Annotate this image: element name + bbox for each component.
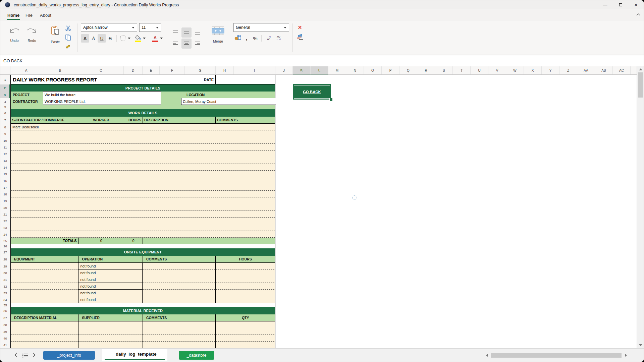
tab-datastore[interactable]: _datastore (179, 351, 214, 360)
operation-cell[interactable]: not found (78, 263, 143, 269)
column-header-Y[interactable]: Y (542, 66, 559, 74)
equipment-cell[interactable] (11, 296, 78, 303)
work-detail-row[interactable] (10, 231, 275, 238)
row-header-2[interactable]: 2 (0, 84, 10, 92)
row-header-3[interactable]: 3 (0, 92, 10, 98)
equipment-cell[interactable] (11, 263, 78, 269)
menu-about[interactable]: About (39, 9, 52, 21)
vertical-scrollbar[interactable] (637, 66, 644, 349)
column-header-V[interactable]: V (488, 66, 506, 74)
underline-button[interactable]: U (98, 34, 106, 43)
go-back-button[interactable]: GO BACK (293, 84, 331, 100)
sheet-list-icon[interactable] (22, 353, 29, 359)
row-header-36[interactable]: 36 (0, 307, 10, 314)
font-name-select[interactable]: Aptos Narrow (81, 23, 137, 32)
operation-cell[interactable]: not found (78, 283, 143, 290)
scroll-left-icon[interactable] (486, 354, 488, 357)
collapse-ribbon-icon[interactable] (636, 11, 640, 17)
decrease-decimal-button[interactable]: .00 →.0 (273, 36, 283, 41)
material-row[interactable] (10, 335, 275, 342)
work-detail-row[interactable] (10, 137, 275, 144)
horizontal-scroll-thumb[interactable] (491, 353, 622, 358)
work-detail-row[interactable] (10, 164, 275, 171)
align-middle-button[interactable] (181, 27, 192, 38)
scroll-down-icon[interactable] (639, 344, 642, 346)
align-bottom-button[interactable] (193, 27, 203, 38)
material-cell[interactable] (215, 342, 275, 348)
row-header-6[interactable]: 6 (0, 109, 10, 117)
row-header-13[interactable]: 13 (0, 157, 10, 164)
font-color-button[interactable]: A (151, 34, 159, 43)
comma-style-button[interactable]: , (242, 34, 251, 43)
column-header-Z[interactable]: Z (559, 66, 577, 74)
row-header-20[interactable]: 20 (0, 204, 10, 211)
align-right-button[interactable] (193, 39, 203, 49)
material-cell[interactable] (215, 335, 275, 342)
work-detail-row[interactable] (10, 197, 275, 204)
equipment-row[interactable]: not found (10, 296, 275, 303)
contractor-row[interactable]: CONTRACTOR WORKING PEOPLE Ltd. Cullen, M… (10, 98, 275, 105)
align-left-button[interactable] (170, 39, 180, 49)
row-header-19[interactable]: 19 (0, 197, 10, 204)
number-format-select[interactable]: General (233, 23, 289, 32)
close-button[interactable]: × (628, 0, 644, 9)
menu-file[interactable]: File (25, 9, 33, 21)
material-cell[interactable] (143, 328, 215, 335)
row-header-41[interactable]: 41 (0, 342, 10, 348)
equipment-cell[interactable] (143, 290, 215, 296)
row-header-16[interactable]: 16 (0, 177, 10, 184)
column-header-K[interactable]: K (293, 66, 311, 74)
merge-button[interactable]: Merge (210, 23, 226, 53)
material-cell[interactable] (143, 342, 215, 348)
column-header-D[interactable]: D (124, 66, 143, 74)
column-header-O[interactable]: O (364, 66, 382, 74)
operation-cell[interactable]: not found (78, 290, 143, 296)
material-cell[interactable] (78, 328, 143, 335)
location-input-cell[interactable]: Cullen, Moray Coast (181, 98, 276, 105)
row-header-10[interactable]: 10 (0, 137, 10, 144)
column-header-J[interactable]: J (275, 66, 293, 74)
row-header-12[interactable]: 12 (0, 150, 10, 157)
row-header-37[interactable]: 37 (0, 314, 10, 321)
vertical-scroll-thumb[interactable] (638, 72, 643, 98)
row-header-4[interactable]: 4 (0, 98, 10, 105)
equipment-cell[interactable] (215, 269, 275, 276)
sheet-area[interactable]: DAILY WORK PROGRESS REPORT DATE PROJECT … (10, 75, 637, 349)
column-header-P[interactable]: P (382, 66, 399, 74)
material-cell[interactable] (78, 342, 143, 348)
column-header-AB[interactable]: AB (595, 66, 613, 74)
row-header-15[interactable]: 15 (0, 171, 10, 177)
column-header-G[interactable]: G (185, 66, 216, 74)
equipment-cell[interactable] (11, 276, 78, 283)
work-detail-row[interactable] (10, 150, 275, 157)
bold-button[interactable]: A (81, 34, 89, 43)
row-header-32[interactable]: 32 (0, 283, 10, 290)
equipment-cell[interactable] (215, 283, 275, 290)
column-header-Q[interactable]: Q (399, 66, 417, 74)
paste-button[interactable]: Paste (48, 23, 63, 53)
borders-button[interactable] (119, 34, 127, 43)
menu-home[interactable]: Home (7, 9, 20, 21)
equipment-cell[interactable] (143, 263, 215, 269)
column-header-C[interactable]: C (78, 66, 124, 74)
formula-bar[interactable]: GO BACK (0, 56, 644, 66)
scroll-up-icon[interactable] (639, 68, 642, 70)
operation-cell[interactable]: not found (78, 276, 143, 283)
scroll-right-icon[interactable] (625, 354, 627, 357)
row-header-14[interactable]: 14 (0, 164, 10, 171)
report-title-row[interactable]: DAILY WORK PROGRESS REPORT DATE (10, 75, 275, 84)
column-header-H[interactable]: H (216, 66, 234, 74)
row-header-11[interactable]: 11 (0, 144, 10, 150)
align-center-button[interactable] (181, 39, 192, 49)
next-sheet-icon[interactable] (33, 353, 36, 359)
contractor-input-cell[interactable]: WORKING PEOPLE Ltd. (43, 98, 161, 105)
column-header-E[interactable]: E (143, 66, 160, 74)
material-cell[interactable] (78, 321, 143, 328)
equipment-cell[interactable] (143, 283, 215, 290)
minimize-button[interactable]: — (597, 0, 613, 9)
undo-button[interactable]: Undo (6, 23, 23, 53)
equipment-row[interactable]: not found (10, 269, 275, 276)
material-cell[interactable] (78, 335, 143, 342)
row-header-33[interactable]: 33 (0, 290, 10, 296)
cut-button[interactable] (64, 24, 72, 33)
